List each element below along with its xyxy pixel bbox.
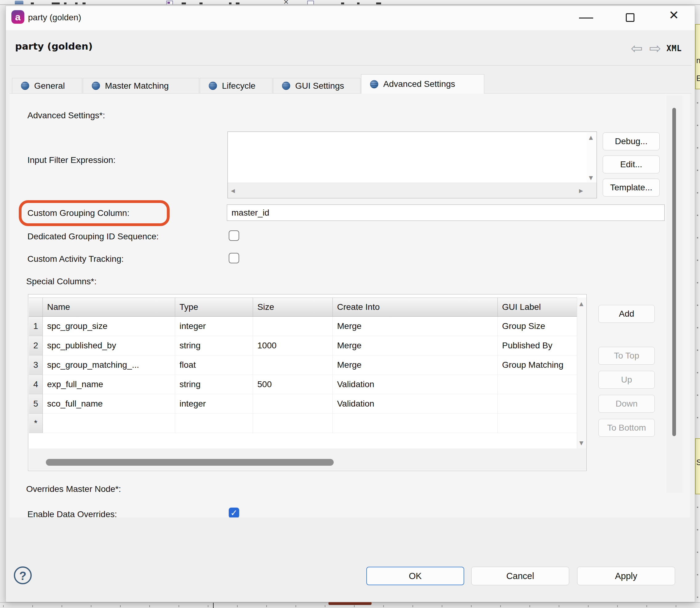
scrollbar-thumb[interactable]	[672, 108, 676, 436]
header-separator	[9, 65, 692, 65]
tab-sphere-icon	[92, 82, 100, 90]
custom-activity-label: Custom Activity Tracking:	[27, 254, 124, 264]
tab-label: Lifecycle	[222, 81, 255, 91]
ide-text-fragment	[357, 2, 359, 4]
table-header-row: Name Type Size Create Into GUI Label	[29, 298, 577, 317]
tab-sphere-icon	[370, 80, 378, 89]
tab-label: GUI Settings	[295, 81, 344, 91]
tab-sphere-icon	[209, 82, 217, 90]
ide-text-fragment	[75, 2, 78, 4]
column-header-type[interactable]: Type	[175, 298, 253, 316]
close-button[interactable]: ✕	[667, 8, 681, 22]
custom-grouping-column-label: Custom Grouping Column:	[27, 208, 129, 218]
tab-general[interactable]: General	[12, 78, 82, 93]
tab-content-area: Advanced Settings*: Input Filter Express…	[9, 94, 690, 517]
forward-arrow-icon[interactable]: ⇨	[649, 41, 661, 55]
row-number-header[interactable]	[29, 298, 43, 316]
up-button[interactable]: Up	[598, 371, 655, 389]
column-header-gui-label[interactable]: GUI Label	[498, 298, 577, 316]
ide-file-icon	[307, 1, 314, 4]
scrollbar-thumb[interactable]	[46, 459, 334, 466]
content-vertical-scrollbar[interactable]	[666, 95, 682, 493]
textarea-vertical-scrollbar[interactable]: ▲ ▼	[586, 132, 597, 183]
tab-label: Master Matching	[105, 81, 169, 91]
dedicated-grouping-checkbox[interactable]	[229, 230, 239, 241]
table-row[interactable]: 1 spc_group_size integer Merge Group Siz…	[29, 317, 577, 336]
section-label: Advanced Settings*:	[27, 111, 105, 120]
minimize-button[interactable]	[579, 18, 593, 18]
dialog-titlebar[interactable]: a party (golden) ✕	[6, 6, 695, 30]
tab-label: Advanced Settings	[383, 79, 455, 89]
table-row[interactable]: 3 spc_group_matching_... float Merge Gro…	[29, 356, 577, 375]
enable-data-overrides-label: Enable Data Overrides:	[27, 510, 117, 517]
background-tooltip-fragment: S	[695, 438, 700, 494]
ruler-ticks	[3, 605, 696, 607]
maximize-button[interactable]	[626, 13, 635, 22]
background-ide-tabs-strip: ✕	[0, 0, 700, 5]
properties-dialog: a party (golden) ✕ party (golden) ⇦ ⇨ XM…	[5, 5, 695, 602]
back-arrow-icon[interactable]: ⇦	[631, 41, 643, 55]
column-header-create-into[interactable]: Create Into	[333, 298, 498, 316]
ide-text-fragment	[376, 2, 381, 4]
table-row-new[interactable]: *	[29, 414, 577, 433]
scroll-up-icon[interactable]: ▲	[589, 134, 593, 140]
special-columns-table: Name Type Size Create Into GUI Label 1 s…	[28, 294, 587, 471]
column-header-size[interactable]: Size	[253, 298, 333, 316]
textarea-horizontal-scrollbar[interactable]: ◀ ▶	[228, 183, 597, 198]
tab-lifecycle[interactable]: Lifecycle	[200, 78, 272, 93]
custom-grouping-column-value: master_id	[232, 208, 269, 218]
to-top-button[interactable]: To Top	[598, 347, 655, 365]
dedicated-grouping-label: Dedicated Grouping ID Sequence:	[27, 232, 159, 242]
scroll-left-icon[interactable]: ◀	[231, 188, 235, 194]
ruler-cursor-line	[213, 603, 214, 608]
scroll-down-icon[interactable]: ▼	[589, 175, 593, 181]
background-tooltip-fragment: ns E	[695, 24, 700, 89]
form-header: party (golden) ⇦ ⇨ XML	[6, 30, 695, 65]
enable-data-overrides-checkbox[interactable]: ✓	[229, 508, 239, 517]
table-horizontal-scrollbar[interactable]	[29, 449, 586, 470]
ide-text-fragment	[52, 2, 60, 4]
edit-button[interactable]: Edit...	[603, 155, 660, 173]
to-bottom-button[interactable]: To Bottom	[598, 419, 655, 437]
ruler-marker-bar	[328, 602, 372, 605]
ide-text-fragment	[199, 2, 202, 4]
cancel-button[interactable]: Cancel	[471, 567, 569, 585]
screen: ✕ ns E S	[0, 0, 700, 608]
special-columns-label: Special Columns*:	[26, 277, 97, 286]
custom-activity-checkbox[interactable]	[229, 253, 239, 263]
down-button[interactable]: Down	[598, 395, 655, 413]
input-filter-label: Input Filter Expression:	[27, 155, 115, 165]
input-filter-expression-textarea[interactable]: ▲ ▼ ◀ ▶	[228, 132, 597, 198]
column-header-name[interactable]: Name	[43, 298, 175, 316]
scroll-down-icon[interactable]: ▼	[579, 440, 583, 446]
ok-button[interactable]: OK	[366, 567, 464, 585]
template-button[interactable]: Template...	[603, 179, 660, 196]
ide-text-fragment	[64, 2, 66, 4]
debug-button[interactable]: Debug...	[603, 132, 660, 150]
scroll-right-icon[interactable]: ▶	[579, 188, 583, 194]
table-row[interactable]: 4 exp_full_name string 500 Validation	[29, 375, 577, 394]
ide-text-fragment	[182, 2, 186, 4]
scroll-up-icon[interactable]: ▲	[579, 301, 583, 307]
ide-tab-icon	[15, 1, 23, 4]
tab-sphere-icon	[282, 82, 290, 90]
tab-sphere-icon	[21, 82, 29, 90]
ide-text-fragment	[31, 2, 34, 4]
add-button[interactable]: Add	[598, 305, 655, 323]
background-ide-ruler-strip	[0, 602, 700, 608]
tab-master-matching[interactable]: Master Matching	[83, 78, 199, 93]
table-row[interactable]: 2 spc_published_by string 1000 Merge Pub…	[29, 336, 577, 356]
ide-text-fragment	[341, 2, 344, 4]
help-icon[interactable]: ?	[14, 566, 32, 584]
tab-advanced-settings[interactable]: Advanced Settings	[361, 74, 484, 94]
table-vertical-scrollbar[interactable]: ▲ ▼	[577, 298, 586, 449]
xml-view-button[interactable]: XML	[666, 44, 682, 53]
ide-text-fragment	[82, 2, 85, 4]
apply-button[interactable]: Apply	[577, 567, 675, 585]
background-ide-right-edge: ns E S	[695, 5, 700, 602]
ide-text-fragment	[229, 2, 232, 4]
table-row[interactable]: 5 sco_full_name integer Validation	[29, 394, 577, 414]
ide-text-fragment	[236, 2, 239, 4]
custom-grouping-column-input[interactable]: master_id	[227, 205, 665, 221]
tab-gui-settings[interactable]: GUI Settings	[273, 78, 361, 93]
